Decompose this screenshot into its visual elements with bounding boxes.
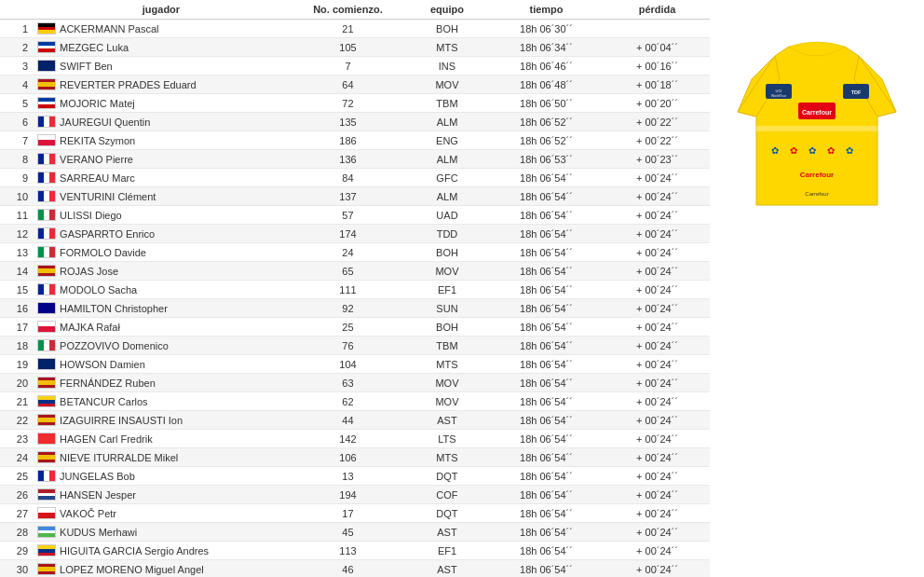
table-row: 14ROJAS Jose65MOV18h 06´54´´+ 00´24´´	[0, 262, 710, 281]
time-cell: 18h 06´46´´	[488, 57, 605, 76]
player-cell: LOPEZ MORENO Miguel Angel	[33, 560, 290, 578]
time-cell: 18h 06´54´´	[488, 299, 605, 318]
loss-cell: + 00´24´´	[605, 206, 710, 225]
player-name: FERNÁNDEZ Ruben	[60, 378, 156, 389]
player-name: IZAGUIRRE INSAUSTI Ion	[60, 415, 183, 426]
rank-cell: 7	[0, 131, 33, 150]
time-cell: 18h 06´54´´	[488, 355, 605, 374]
time-cell: 18h 06´54´´	[488, 169, 605, 187]
number-cell: 135	[290, 113, 406, 131]
player-cell: HAGEN Carl Fredrik	[33, 430, 290, 448]
loss-cell: + 00´23´´	[605, 150, 710, 169]
player-cell: JAUREGUI Quentin	[33, 113, 290, 131]
time-cell: 18h 06´52´´	[488, 131, 605, 150]
team-cell: EF1	[406, 281, 488, 299]
player-name: MODOLO Sacha	[60, 284, 137, 295]
number-cell: 46	[290, 560, 406, 578]
time-cell: 18h 06´54´´	[488, 187, 605, 206]
svg-text:✿: ✿	[808, 145, 816, 156]
svg-text:✿: ✿	[790, 145, 797, 156]
loss-cell: + 00´24´´	[605, 318, 710, 337]
table-row: 29HIGUITA GARCIA Sergio Andres113EF118h …	[0, 542, 710, 560]
svg-text:Carrefour: Carrefour	[805, 191, 828, 197]
number-cell: 65	[290, 262, 406, 281]
loss-cell: + 00´24´´	[605, 281, 710, 299]
rank-cell: 3	[0, 57, 33, 76]
table-row: 16HAMILTON Christopher92SUN18h 06´54´´+ …	[0, 299, 710, 318]
flag-icon	[37, 41, 56, 53]
rank-cell: 29	[0, 542, 33, 560]
time-cell: 18h 06´54´´	[488, 392, 605, 411]
table-row: 18POZZOVIVO Domenico76TBM18h 06´54´´+ 00…	[0, 337, 710, 355]
rank-cell: 23	[0, 430, 33, 448]
player-cell: HIGUITA GARCIA Sergio Andres	[33, 542, 290, 560]
player-cell: MAJKA Rafał	[33, 318, 290, 337]
team-cell: AST	[406, 523, 488, 542]
loss-cell: + 00´24´´	[605, 187, 710, 206]
loss-cell	[605, 20, 710, 38]
team-cell: MTS	[406, 355, 488, 374]
number-cell: 57	[290, 206, 406, 225]
loss-cell: + 00´24´´	[605, 560, 710, 578]
player-cell: SARREAU Marc	[33, 169, 290, 187]
team-cell: MOV	[406, 76, 488, 94]
team-cell: AST	[406, 411, 488, 430]
flag-icon	[37, 414, 56, 426]
flag-icon	[37, 190, 56, 202]
number-cell: 113	[290, 542, 406, 560]
number-cell: 194	[290, 486, 406, 504]
flag-icon	[37, 116, 56, 128]
player-cell: REKITA Szymon	[33, 131, 290, 150]
flag-icon	[37, 209, 56, 221]
rank-cell: 4	[0, 76, 33, 94]
team-cell: GFC	[406, 169, 488, 187]
flag-icon	[37, 544, 56, 556]
team-cell: DQT	[406, 504, 488, 523]
table-row: 5MOJORIC Matej72TBM18h 06´50´´+ 00´20´´	[0, 94, 710, 113]
time-cell: 18h 06´54´´	[488, 430, 605, 448]
player-name: JAUREGUI Quentin	[60, 117, 150, 128]
flag-icon	[37, 488, 56, 501]
rank-cell: 19	[0, 355, 33, 374]
loss-cell: + 00´18´´	[605, 76, 710, 94]
player-name: ULISSI Diego	[60, 210, 122, 221]
loss-cell: + 00´24´´	[605, 299, 710, 318]
player-cell: JUNGELAS Bob	[33, 467, 290, 486]
time-cell: 18h 06´54´´	[488, 523, 605, 542]
flag-icon	[37, 97, 56, 109]
player-name: MAJKA Rafał	[60, 322, 120, 333]
player-cell: KUDUS Merhawi	[33, 523, 290, 542]
player-cell: MEZGEC Luka	[33, 38, 290, 57]
loss-cell: + 00´24´´	[605, 486, 710, 504]
loss-cell: + 00´24´´	[605, 392, 710, 411]
flag-icon	[37, 526, 56, 538]
svg-text:Carrefour: Carrefour	[800, 171, 834, 179]
team-cell: BOH	[406, 243, 488, 262]
rank-cell: 26	[0, 486, 33, 504]
rank-cell: 12	[0, 225, 33, 243]
rank-header	[0, 0, 33, 20]
number-cell: 62	[290, 392, 406, 411]
time-cell: 18h 06´54´´	[488, 486, 605, 504]
flag-icon	[37, 22, 56, 34]
loss-cell: + 00´24´´	[605, 374, 710, 392]
flag-icon	[37, 227, 56, 240]
team-cell: EF1	[406, 542, 488, 560]
table-row: 17MAJKA Rafał25BOH18h 06´54´´+ 00´24´´	[0, 318, 710, 337]
player-cell: SWIFT Ben	[33, 57, 290, 76]
svg-text:WorldTour: WorldTour	[771, 94, 787, 98]
number-cell: 104	[290, 355, 406, 374]
rank-cell: 10	[0, 187, 33, 206]
player-cell: ACKERMANN Pascal	[33, 20, 290, 38]
player-cell: MOJORIC Matej	[33, 94, 290, 113]
player-cell: HAMILTON Christopher	[33, 299, 290, 318]
flag-icon	[37, 60, 56, 72]
player-cell: GASPARRTO Enrico	[33, 225, 290, 243]
flag-icon	[37, 563, 56, 575]
table-row: 23HAGEN Carl Fredrik142LTS18h 06´54´´+ 0…	[0, 430, 710, 448]
flag-icon	[37, 358, 56, 370]
flag-icon	[37, 265, 56, 277]
team-cell: MTS	[406, 448, 488, 467]
table-row: 26HANSEN Jesper194COF18h 06´54´´+ 00´24´…	[0, 486, 710, 504]
time-header: tiempo	[488, 0, 605, 20]
